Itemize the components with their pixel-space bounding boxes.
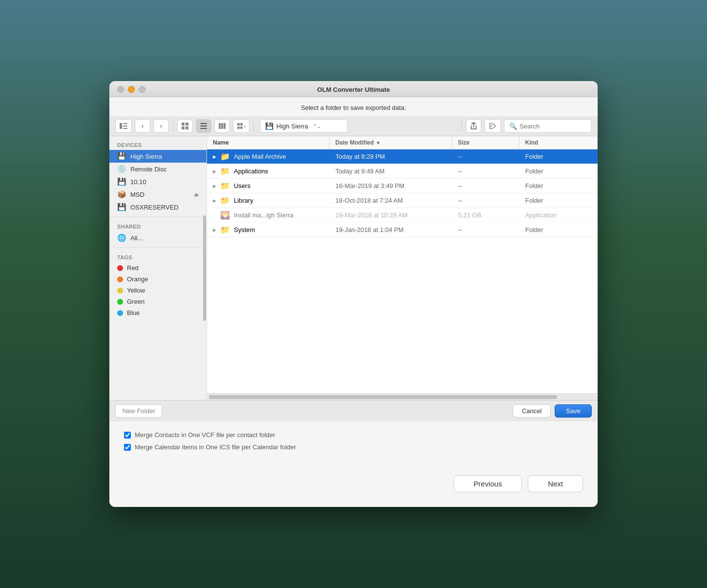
tags-section-label: Tags <box>109 251 207 262</box>
merge-contacts-row: Merge Contacts in One VCF file per conta… <box>124 431 583 439</box>
sidebar-item-osxreserved[interactable]: 💾 OSXRESERVED <box>109 201 207 213</box>
toolbar-sep-2 <box>253 121 254 131</box>
folder-icon: 📁 <box>220 225 230 234</box>
location-label: High Sierra <box>276 123 308 130</box>
sidebar-item-label: Green <box>127 298 145 305</box>
dialog-action-buttons: Cancel Save <box>513 404 592 418</box>
red-dot <box>117 265 123 271</box>
expand-arrow-icon: ▶ <box>213 184 216 189</box>
all-icon: 🌐 <box>117 233 126 242</box>
file-kind: Folder <box>520 194 598 207</box>
svg-rect-7 <box>186 126 188 129</box>
table-row[interactable]: ▶ 📁 Apple Mail Archive Today at 8:28 PM … <box>207 149 598 164</box>
file-date: 16-Mar-2019 at 3:49 PM <box>330 180 452 192</box>
file-kind: Folder <box>520 165 598 177</box>
toolbar-sep-3 <box>461 121 462 131</box>
sidebar-item-remote-disc[interactable]: 💿 Remote Disc <box>109 163 207 175</box>
sidebar-item-blue[interactable]: Blue <box>109 307 207 318</box>
file-size: -- <box>452 165 520 177</box>
column-view-button[interactable] <box>214 119 230 133</box>
sidebar-item-red[interactable]: Red <box>109 262 207 273</box>
sidebar-toggle-button[interactable] <box>115 119 132 133</box>
sidebar-item-all[interactable]: 🌐 All... <box>109 231 207 244</box>
merge-calendar-checkbox[interactable] <box>124 444 131 451</box>
msd-icon: 📦 <box>117 190 126 199</box>
svg-rect-12 <box>221 123 223 129</box>
search-box[interactable]: 🔍 <box>504 119 592 133</box>
save-button[interactable]: Save <box>555 404 592 418</box>
file-name: Applications <box>234 168 268 175</box>
expand-arrow-icon: ▶ <box>213 198 216 203</box>
svg-rect-9 <box>200 126 207 126</box>
list-view-button[interactable] <box>196 119 211 133</box>
location-icon: 💾 <box>265 122 273 130</box>
title-bar: OLM Converter Ultimate <box>109 81 598 97</box>
green-dot <box>117 299 123 305</box>
search-icon: 🔍 <box>509 123 517 130</box>
col-header-kind[interactable]: Kind <box>520 136 598 149</box>
sidebar-item-green[interactable]: Green <box>109 296 207 307</box>
forward-button[interactable]: › <box>153 119 169 133</box>
table-row[interactable]: ▶ 📁 Users 16-Mar-2019 at 3:49 PM -- Fold… <box>207 179 598 193</box>
location-dropdown[interactable]: 💾 High Sierra ⌃⌄ <box>260 119 348 133</box>
sidebar-item-msd[interactable]: 📦 MSD ⏏ <box>109 188 207 201</box>
col-header-name[interactable]: Name <box>207 136 330 149</box>
close-button[interactable] <box>117 86 124 93</box>
sidebar-item-orange[interactable]: Orange <box>109 273 207 285</box>
traffic-lights <box>117 86 146 93</box>
next-button[interactable]: Next <box>528 475 583 492</box>
sidebar-item-10-10[interactable]: 💾 10.10 <box>109 175 207 188</box>
navigation-buttons: Previous Next <box>109 465 598 507</box>
sidebar-item-high-sierra[interactable]: 💾 High Sierra <box>109 150 207 163</box>
blue-dot <box>117 310 123 316</box>
eject-icon[interactable]: ⏏ <box>194 191 199 198</box>
col-header-date[interactable]: Date Modified ▼ <box>330 136 452 149</box>
sidebar-item-yellow[interactable]: Yellow <box>109 285 207 296</box>
file-date: Today at 9:48 AM <box>330 165 452 177</box>
group-view-button[interactable]: ▼ <box>233 119 250 133</box>
back-button[interactable]: ‹ <box>135 119 150 133</box>
expand-arrow-icon: ▶ <box>213 228 216 232</box>
folder-icon: 📁 <box>220 181 230 190</box>
sidebar-item-label: Red <box>127 264 139 272</box>
svg-rect-10 <box>200 128 207 129</box>
sidebar-item-label: OSXRESERVED <box>130 204 179 211</box>
main-content: Merge Contacts in One VCF file per conta… <box>109 421 598 465</box>
folder-icon: 📁 <box>220 196 230 205</box>
minimize-button[interactable] <box>128 86 135 93</box>
table-row[interactable]: ▶ 📁 System 19-Jan-2018 at 1:04 PM -- Fol… <box>207 223 598 237</box>
svg-rect-1 <box>123 123 127 124</box>
previous-button[interactable]: Previous <box>454 475 522 492</box>
file-date: 18-Oct-2018 at 7:24 AM <box>330 194 452 207</box>
file-size: -- <box>452 180 520 192</box>
file-kind: Application <box>520 209 598 221</box>
tag-button[interactable] <box>484 119 501 133</box>
sidebar-scrollbar-thumb[interactable] <box>203 215 206 321</box>
table-row[interactable]: ▶ 📁 Library 18-Oct-2018 at 7:24 AM -- Fo… <box>207 193 598 208</box>
cancel-button[interactable]: Cancel <box>513 404 551 418</box>
file-list: ▶ 📁 Apple Mail Archive Today at 8:28 PM … <box>207 149 598 393</box>
table-row[interactable]: ▶ 🌄 Install ma...igh Sierra 18-Mar-2018 … <box>207 208 598 223</box>
toolbar-sep-1 <box>173 121 173 131</box>
sidebar-item-label: Remote Disc <box>130 166 166 173</box>
svg-rect-0 <box>120 123 122 129</box>
maximize-button[interactable] <box>139 86 146 93</box>
sidebar: Devices 💾 High Sierra 💿 Remote Disc 💾 10… <box>109 136 207 400</box>
merge-contacts-checkbox[interactable] <box>124 432 131 439</box>
table-row[interactable]: ▶ 📁 Applications Today at 9:48 AM -- Fol… <box>207 164 598 179</box>
svg-rect-8 <box>200 123 207 124</box>
sidebar-item-label: MSD <box>130 191 145 198</box>
col-header-size[interactable]: Size <box>452 136 520 149</box>
window-title: OLM Converter Ultimate <box>317 86 390 93</box>
horizontal-scrollbar[interactable] <box>207 393 598 400</box>
share-button[interactable] <box>466 119 481 133</box>
new-folder-button[interactable]: New Folder <box>115 404 162 418</box>
file-list-header: Name Date Modified ▼ Size Kind <box>207 136 598 149</box>
svg-rect-17 <box>240 126 243 129</box>
search-input[interactable] <box>520 123 583 130</box>
file-kind: Folder <box>520 180 598 192</box>
svg-rect-2 <box>123 126 127 126</box>
sort-arrow-icon: ▼ <box>375 140 380 146</box>
file-kind: Folder <box>520 150 598 163</box>
icon-view-button[interactable] <box>177 119 193 133</box>
